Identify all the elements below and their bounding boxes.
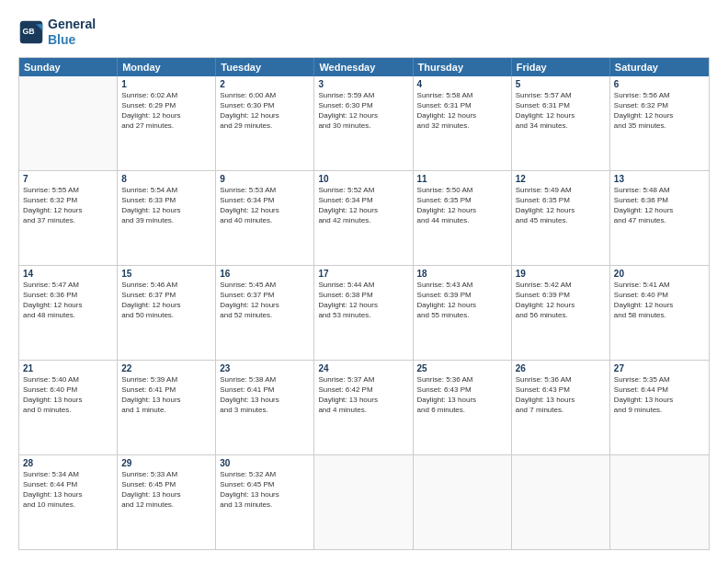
day-info: Sunrise: 5:33 AM Sunset: 6:45 PM Dayligh…	[121, 469, 211, 511]
calendar-cell: 16Sunrise: 5:45 AM Sunset: 6:37 PM Dayli…	[216, 266, 314, 360]
day-number: 9	[220, 174, 310, 184]
day-info: Sunrise: 5:55 AM Sunset: 6:32 PM Dayligh…	[23, 185, 113, 226]
calendar-cell: 21Sunrise: 5:40 AM Sunset: 6:40 PM Dayli…	[19, 361, 118, 454]
logo-icon: GB	[18, 19, 44, 45]
calendar-cell: 29Sunrise: 5:33 AM Sunset: 6:45 PM Dayli…	[118, 455, 216, 549]
day-number: 30	[220, 458, 310, 468]
calendar-cell: 4Sunrise: 5:58 AM Sunset: 6:31 PM Daylig…	[414, 76, 512, 170]
calendar-cell: 30Sunrise: 5:32 AM Sunset: 6:45 PM Dayli…	[216, 455, 314, 549]
day-info: Sunrise: 5:53 AM Sunset: 6:34 PM Dayligh…	[220, 185, 310, 226]
day-info: Sunrise: 5:52 AM Sunset: 6:34 PM Dayligh…	[318, 185, 408, 226]
calendar-cell	[19, 76, 118, 170]
calendar-body: 1Sunrise: 6:02 AM Sunset: 6:29 PM Daylig…	[19, 76, 709, 549]
day-info: Sunrise: 5:39 AM Sunset: 6:41 PM Dayligh…	[121, 374, 211, 416]
header-day-friday: Friday	[512, 58, 610, 76]
svg-text:GB: GB	[22, 27, 34, 36]
header-day-saturday: Saturday	[610, 58, 709, 76]
calendar-cell	[414, 455, 512, 549]
day-number: 22	[121, 363, 211, 373]
calendar-cell: 18Sunrise: 5:43 AM Sunset: 6:39 PM Dayli…	[414, 266, 512, 360]
day-number: 10	[318, 174, 408, 184]
day-info: Sunrise: 5:36 AM Sunset: 6:43 PM Dayligh…	[417, 374, 507, 416]
calendar-cell: 26Sunrise: 5:36 AM Sunset: 6:43 PM Dayli…	[512, 361, 610, 454]
calendar-cell: 5Sunrise: 5:57 AM Sunset: 6:31 PM Daylig…	[512, 76, 610, 170]
day-number: 20	[614, 269, 705, 279]
day-number: 11	[417, 174, 507, 184]
day-info: Sunrise: 5:43 AM Sunset: 6:39 PM Dayligh…	[417, 280, 507, 321]
day-info: Sunrise: 5:57 AM Sunset: 6:31 PM Dayligh…	[516, 90, 606, 132]
day-info: Sunrise: 5:37 AM Sunset: 6:42 PM Dayligh…	[318, 374, 408, 416]
day-info: Sunrise: 6:00 AM Sunset: 6:30 PM Dayligh…	[220, 90, 310, 132]
header-day-monday: Monday	[118, 58, 216, 76]
day-number: 7	[23, 174, 113, 184]
calendar-week-1: 1Sunrise: 6:02 AM Sunset: 6:29 PM Daylig…	[19, 76, 709, 171]
calendar-cell: 13Sunrise: 5:48 AM Sunset: 6:36 PM Dayli…	[610, 171, 709, 265]
day-info: Sunrise: 5:40 AM Sunset: 6:40 PM Dayligh…	[23, 374, 113, 416]
calendar-cell: 20Sunrise: 5:41 AM Sunset: 6:40 PM Dayli…	[610, 266, 709, 360]
day-number: 5	[516, 79, 606, 89]
day-number: 13	[614, 174, 705, 184]
calendar-week-2: 7Sunrise: 5:55 AM Sunset: 6:32 PM Daylig…	[19, 171, 709, 266]
day-number: 25	[417, 363, 507, 373]
calendar-cell	[610, 455, 709, 549]
header-day-wednesday: Wednesday	[314, 58, 413, 76]
calendar-cell: 12Sunrise: 5:49 AM Sunset: 6:35 PM Dayli…	[512, 171, 610, 265]
day-number: 2	[220, 79, 310, 89]
day-number: 23	[220, 363, 310, 373]
calendar-cell: 9Sunrise: 5:53 AM Sunset: 6:34 PM Daylig…	[216, 171, 314, 265]
day-info: Sunrise: 5:56 AM Sunset: 6:32 PM Dayligh…	[614, 90, 705, 132]
calendar-week-3: 14Sunrise: 5:47 AM Sunset: 6:36 PM Dayli…	[19, 266, 709, 361]
day-number: 29	[121, 458, 211, 468]
day-info: Sunrise: 5:34 AM Sunset: 6:44 PM Dayligh…	[23, 469, 113, 511]
day-info: Sunrise: 5:45 AM Sunset: 6:37 PM Dayligh…	[220, 280, 310, 321]
day-info: Sunrise: 5:50 AM Sunset: 6:35 PM Dayligh…	[417, 185, 507, 226]
day-info: Sunrise: 5:58 AM Sunset: 6:31 PM Dayligh…	[417, 90, 507, 132]
calendar-cell: 17Sunrise: 5:44 AM Sunset: 6:38 PM Dayli…	[314, 266, 413, 360]
calendar-cell	[314, 455, 413, 549]
calendar-cell: 19Sunrise: 5:42 AM Sunset: 6:39 PM Dayli…	[512, 266, 610, 360]
day-number: 12	[516, 174, 606, 184]
day-number: 6	[614, 79, 705, 89]
day-number: 15	[121, 269, 211, 279]
day-info: Sunrise: 5:59 AM Sunset: 6:30 PM Dayligh…	[318, 90, 408, 132]
calendar-cell: 15Sunrise: 5:46 AM Sunset: 6:37 PM Dayli…	[118, 266, 216, 360]
calendar-cell: 2Sunrise: 6:00 AM Sunset: 6:30 PM Daylig…	[216, 76, 314, 170]
calendar-week-4: 21Sunrise: 5:40 AM Sunset: 6:40 PM Dayli…	[19, 361, 709, 455]
day-info: Sunrise: 5:54 AM Sunset: 6:33 PM Dayligh…	[121, 185, 211, 226]
day-number: 8	[121, 174, 211, 184]
day-number: 24	[318, 363, 408, 373]
calendar-cell: 25Sunrise: 5:36 AM Sunset: 6:43 PM Dayli…	[414, 361, 512, 454]
day-info: Sunrise: 6:02 AM Sunset: 6:29 PM Dayligh…	[121, 90, 211, 132]
day-number: 28	[23, 458, 113, 468]
logo-text: General Blue	[48, 17, 96, 48]
day-number: 16	[220, 269, 310, 279]
day-number: 17	[318, 269, 408, 279]
page-header: GB General Blue	[18, 17, 710, 48]
calendar-cell: 22Sunrise: 5:39 AM Sunset: 6:41 PM Dayli…	[118, 361, 216, 454]
calendar-cell: 14Sunrise: 5:47 AM Sunset: 6:36 PM Dayli…	[19, 266, 118, 360]
calendar-header: SundayMondayTuesdayWednesdayThursdayFrid…	[19, 58, 709, 76]
day-info: Sunrise: 5:48 AM Sunset: 6:36 PM Dayligh…	[614, 185, 705, 226]
day-info: Sunrise: 5:49 AM Sunset: 6:35 PM Dayligh…	[516, 185, 606, 226]
day-info: Sunrise: 5:44 AM Sunset: 6:38 PM Dayligh…	[318, 280, 408, 321]
calendar-cell: 8Sunrise: 5:54 AM Sunset: 6:33 PM Daylig…	[118, 171, 216, 265]
day-number: 26	[516, 363, 606, 373]
day-info: Sunrise: 5:38 AM Sunset: 6:41 PM Dayligh…	[220, 374, 310, 416]
calendar-cell: 24Sunrise: 5:37 AM Sunset: 6:42 PM Dayli…	[314, 361, 413, 454]
calendar-cell: 6Sunrise: 5:56 AM Sunset: 6:32 PM Daylig…	[610, 76, 709, 170]
calendar-cell: 1Sunrise: 6:02 AM Sunset: 6:29 PM Daylig…	[118, 76, 216, 170]
day-number: 21	[23, 363, 113, 373]
day-info: Sunrise: 5:36 AM Sunset: 6:43 PM Dayligh…	[516, 374, 606, 416]
day-number: 27	[614, 363, 705, 373]
day-number: 4	[417, 79, 507, 89]
day-number: 3	[318, 79, 408, 89]
header-day-tuesday: Tuesday	[216, 58, 314, 76]
logo: GB General Blue	[18, 17, 96, 48]
day-info: Sunrise: 5:42 AM Sunset: 6:39 PM Dayligh…	[516, 280, 606, 321]
calendar-cell: 10Sunrise: 5:52 AM Sunset: 6:34 PM Dayli…	[314, 171, 413, 265]
calendar-cell: 7Sunrise: 5:55 AM Sunset: 6:32 PM Daylig…	[19, 171, 118, 265]
day-number: 18	[417, 269, 507, 279]
calendar-cell: 3Sunrise: 5:59 AM Sunset: 6:30 PM Daylig…	[314, 76, 413, 170]
day-info: Sunrise: 5:47 AM Sunset: 6:36 PM Dayligh…	[23, 280, 113, 321]
calendar-week-5: 28Sunrise: 5:34 AM Sunset: 6:44 PM Dayli…	[19, 455, 709, 549]
